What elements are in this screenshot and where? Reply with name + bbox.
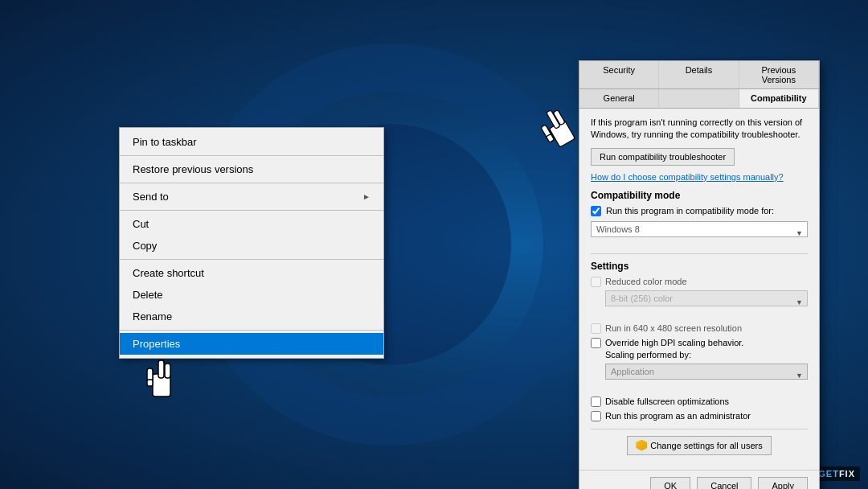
compat-dropdown-wrapper: Windows 8 Windows 7 Windows Vista Window… (591, 221, 808, 245)
change-settings-container: Change settings for all users (591, 436, 808, 455)
dialog-footer: OK Cancel Apply (579, 470, 819, 489)
compat-mode-checkbox[interactable] (591, 206, 601, 216)
svg-rect-1 (158, 360, 164, 378)
reduced-color-checkbox[interactable] (591, 277, 601, 287)
reduced-color-label: Reduced color mode (605, 276, 687, 287)
context-menu: Pin to taskbar Restore previous versions… (119, 127, 384, 359)
settings-section-label: Settings (591, 261, 808, 272)
dpi-checkbox[interactable] (591, 338, 601, 348)
separator-4 (120, 259, 383, 260)
reduced-color-row: Reduced color mode (591, 276, 808, 287)
context-menu-rename[interactable]: Rename (120, 306, 383, 327)
dpi-dropdown-wrapper: Application (605, 364, 808, 388)
admin-checkbox[interactable] (591, 411, 601, 421)
resolution-row: Run in 640 x 480 screen resolution (591, 323, 808, 334)
dpi-row: Override high DPI scaling behavior.Scali… (591, 337, 808, 360)
properties-dialog: Security Details Previous Versions Gener… (579, 60, 820, 489)
separator-5 (120, 330, 383, 331)
admin-row: Run this program as an administrator (591, 410, 808, 421)
ok-button[interactable]: OK (650, 477, 690, 489)
tab-general[interactable]: General (579, 89, 659, 108)
change-settings-button[interactable]: Change settings for all users (627, 436, 771, 455)
shield-icon (636, 440, 647, 451)
compat-section-label: Compatibility mode (591, 190, 808, 201)
tab-compatibility[interactable]: Compatibility (739, 89, 819, 108)
context-menu-sendto[interactable]: Send to ► (120, 186, 383, 208)
dialog-intro-text: If this program isn't running correctly … (591, 117, 808, 142)
resolution-label: Run in 640 x 480 screen resolution (605, 323, 742, 334)
cancel-button[interactable]: Cancel (697, 477, 751, 489)
context-menu-properties[interactable]: Properties (120, 333, 383, 355)
context-menu-cut[interactable]: Cut (120, 213, 383, 235)
tab-security[interactable]: Security (579, 61, 659, 88)
context-menu-restore[interactable]: Restore previous versions (120, 158, 383, 180)
compat-checkbox-row: Run this program in compatibility mode f… (591, 206, 808, 216)
settings-divider (591, 253, 808, 254)
context-menu-delete[interactable]: Delete (120, 284, 383, 306)
dpi-dropdown[interactable]: Application (605, 364, 808, 380)
sendto-arrow-icon: ► (362, 192, 371, 201)
context-menu-copy[interactable]: Copy (120, 235, 383, 257)
separator-3 (120, 210, 383, 211)
fullscreen-row: Disable fullscreen optimizations (591, 396, 808, 407)
run-troubleshooter-button[interactable]: Run compatibility troubleshooter (591, 148, 735, 166)
separator-1 (120, 155, 383, 156)
compat-mode-label: Run this program in compatibility mode f… (606, 206, 774, 216)
dialog-tabs-row1: Security Details Previous Versions (579, 61, 819, 89)
settings-section: Settings Reduced color mode 8-bit (256) … (591, 261, 808, 422)
tab-previous-versions[interactable]: Previous Versions (739, 61, 819, 88)
dialog-body: If this program isn't running correctly … (579, 109, 819, 470)
separator-2 (120, 183, 383, 183)
svg-rect-2 (165, 364, 170, 378)
apply-button[interactable]: Apply (758, 477, 808, 489)
cursor-hand-bottom (141, 354, 181, 402)
context-menu-create-shortcut[interactable]: Create shortcut (120, 262, 383, 284)
compat-mode-section: Compatibility mode Run this program in c… (591, 190, 808, 245)
color-depth-dropdown[interactable]: 8-bit (256) color (605, 290, 808, 306)
manual-settings-link[interactable]: How do I choose compatibility settings m… (591, 172, 808, 182)
compat-dropdown[interactable]: Windows 8 Windows 7 Windows Vista Window… (591, 221, 808, 237)
tab-details[interactable]: Details (659, 61, 739, 88)
dialog-tabs-row2: General Compatibility (579, 89, 819, 109)
svg-rect-4 (147, 380, 153, 386)
footer-divider (591, 429, 808, 429)
dpi-label: Override high DPI scaling behavior.Scali… (605, 337, 743, 360)
admin-label: Run this program as an administrator (605, 410, 751, 421)
color-depth-dropdown-wrapper: 8-bit (256) color (605, 290, 808, 314)
fullscreen-label: Disable fullscreen optimizations (605, 396, 729, 407)
context-menu-pin[interactable]: Pin to taskbar (120, 131, 383, 153)
watermark-suffix: FIX (839, 469, 855, 479)
resolution-checkbox[interactable] (591, 323, 601, 334)
tab-blank[interactable] (659, 89, 739, 108)
fullscreen-checkbox[interactable] (591, 397, 601, 407)
